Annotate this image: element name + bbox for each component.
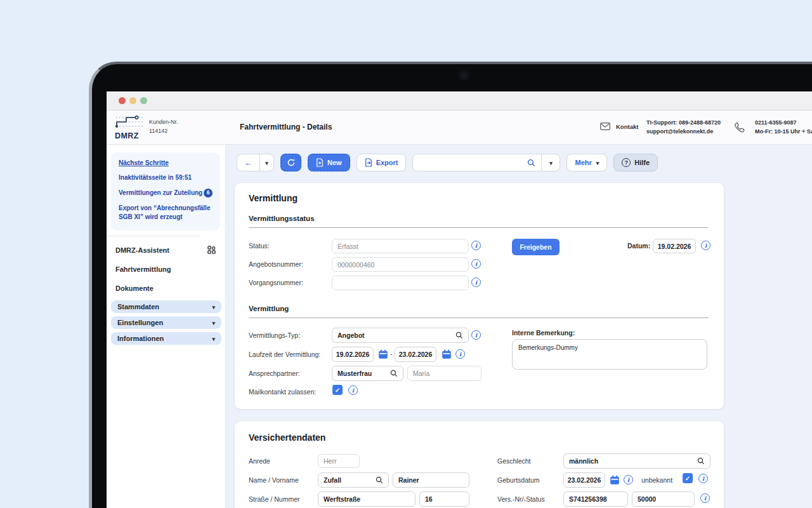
freigeben-button[interactable]: Freigeben [512, 239, 560, 255]
section-title-vermittlung: Vermittlung [249, 305, 289, 312]
unbekannt-checkbox[interactable] [683, 473, 693, 483]
section-divider [249, 318, 709, 318]
new-document-icon [316, 158, 324, 167]
toolbar: ← New [237, 154, 658, 171]
nav-label: Informationen [117, 335, 164, 342]
refresh-button[interactable] [280, 154, 301, 171]
laufzeit-von-field[interactable] [332, 347, 374, 362]
vermittlung-card: Vermittlung Vermittlungsstatus Status: A… [234, 182, 724, 410]
ansprechpartner-vorname-field[interactable] [407, 366, 481, 381]
vorname-field[interactable] [393, 472, 469, 488]
search-icon[interactable] [527, 159, 535, 167]
phone-icon [734, 122, 745, 135]
nav-label: Dokumente [115, 284, 154, 292]
geburtsdatum-field[interactable] [563, 472, 605, 488]
section-divider [249, 227, 709, 228]
search-icon[interactable] [455, 331, 463, 339]
customer-number-label: Kunden-Nr. [149, 118, 178, 127]
ansprechpartner-name-value: Musterfrau [337, 370, 372, 377]
nav-label: Fahrtvermittlung [115, 265, 171, 273]
apps-grid-icon [207, 246, 216, 254]
info-icon[interactable] [471, 259, 481, 269]
name-vorname-label: Name / Vorname [249, 476, 299, 484]
main-content: ← New [226, 145, 812, 508]
contact-link[interactable]: Kontakt [600, 123, 638, 130]
card-title: Versichertendaten [249, 432, 325, 443]
inactivity-timer: Inaktivitätsseite in 59:51 [119, 173, 213, 182]
status-field[interactable] [332, 239, 469, 253]
search-icon[interactable] [697, 457, 705, 465]
sidebar-item-informationen[interactable]: Informationen [111, 332, 221, 345]
info-icon[interactable] [701, 241, 710, 250]
info-icon[interactable] [471, 277, 481, 287]
export-icon [365, 158, 372, 167]
interne-bemerkung-field[interactable]: Bemerkungs-Dummy [512, 339, 707, 370]
date-range-separator [390, 350, 393, 358]
next-steps-title[interactable]: Nächste Schritte [119, 159, 213, 166]
info-icon[interactable] [348, 385, 358, 395]
back-button[interactable]: ← [237, 154, 259, 171]
info-icon[interactable] [624, 475, 633, 485]
chevron-down-icon[interactable] [259, 154, 273, 171]
hilfe-button[interactable]: Hilfe [613, 154, 658, 171]
ansprechpartner-name-field[interactable]: Musterfrau [332, 366, 403, 381]
strasse-field[interactable] [318, 491, 416, 507]
window-titlebar [107, 91, 812, 110]
sidebar-item-fahrtvermittlung[interactable]: Fahrtvermittlung [107, 260, 225, 279]
maximize-window-button[interactable] [140, 97, 147, 104]
info-icon[interactable] [471, 330, 481, 340]
search-icon[interactable] [376, 476, 383, 484]
minimize-window-button[interactable] [129, 97, 136, 104]
chevron-down-icon [212, 303, 215, 311]
geschlecht-field[interactable]: männlich [563, 453, 710, 469]
geburtsdatum-label: Geburtsdatum [497, 476, 540, 484]
svg-text:DMRZ: DMRZ [115, 131, 139, 140]
info-icon[interactable] [471, 241, 481, 250]
app-header: DMRZ Kunden-Nr. 114142 Fahrtvermittlung … [107, 110, 812, 145]
close-window-button[interactable] [119, 97, 126, 104]
vermittlungs-typ-field[interactable]: Angebot [332, 328, 469, 343]
laufzeit-label: Laufzeit der Vermittlung: [249, 351, 320, 358]
export-button[interactable]: Export [357, 154, 407, 171]
question-mark-icon [622, 158, 631, 167]
app-window: DMRZ Kunden-Nr. 114142 Fahrtvermittlung … [107, 91, 812, 508]
sidebar-item-stammdaten[interactable]: Stammdaten [111, 300, 221, 313]
angebotsnummer-field[interactable] [332, 257, 469, 272]
calendar-icon[interactable] [610, 475, 620, 485]
vorgangsnummer-field[interactable] [332, 276, 469, 290]
ansprechpartner-label: Ansprechpartner: [249, 370, 300, 377]
versstatus-field[interactable] [632, 491, 695, 507]
sidebar-item-dmrz-assistent[interactable]: DMRZ-Assistent [107, 240, 225, 260]
versichertendaten-card: Versichertendaten Anrede Geschlecht männ… [234, 420, 724, 508]
search-icon[interactable] [390, 370, 398, 377]
webcam-icon [461, 72, 467, 78]
search-input-wrap [413, 154, 541, 171]
search-options-dropdown[interactable] [541, 154, 560, 171]
calendar-icon[interactable] [378, 349, 388, 359]
mehr-button[interactable]: Mehr [566, 154, 607, 171]
page-title: Fahrtvermittlung - Details [240, 123, 332, 131]
sidebar-item-zuteilung[interactable]: Vermittlungen zur Zuteilung 6 [119, 189, 213, 197]
vorgangsnummer-label: Vorgangsnummer: [249, 279, 303, 286]
vermittlungs-typ-label: Vermittlungs-Typ: [249, 331, 300, 339]
sidebar-item-dokumente[interactable]: Dokumente [107, 279, 225, 298]
mailkontakt-label: Mailkontankt zulassen: [249, 388, 316, 396]
sidebar-divider [107, 236, 200, 236]
anrede-field[interactable] [318, 454, 360, 468]
search-input[interactable] [419, 159, 527, 166]
name-field[interactable]: Zufall [318, 472, 389, 488]
hausnummer-field[interactable] [419, 491, 469, 507]
calendar-icon[interactable] [442, 349, 452, 359]
sidebar-item-einstellungen[interactable]: Einstellungen [111, 316, 221, 329]
info-icon[interactable] [698, 474, 708, 483]
vermittlungs-typ-value: Angebot [337, 331, 365, 339]
mail-icon [600, 123, 610, 130]
datum-field[interactable] [653, 239, 696, 253]
info-icon[interactable] [700, 493, 710, 503]
mailkontakt-checkbox[interactable] [332, 385, 343, 395]
new-button[interactable]: New [308, 154, 350, 171]
info-icon[interactable] [455, 349, 465, 359]
versnr-field[interactable] [563, 491, 628, 507]
laufzeit-bis-field[interactable] [395, 347, 436, 362]
next-steps-panel: Nächste Schritte Inaktivitätsseite in 59… [111, 152, 220, 231]
